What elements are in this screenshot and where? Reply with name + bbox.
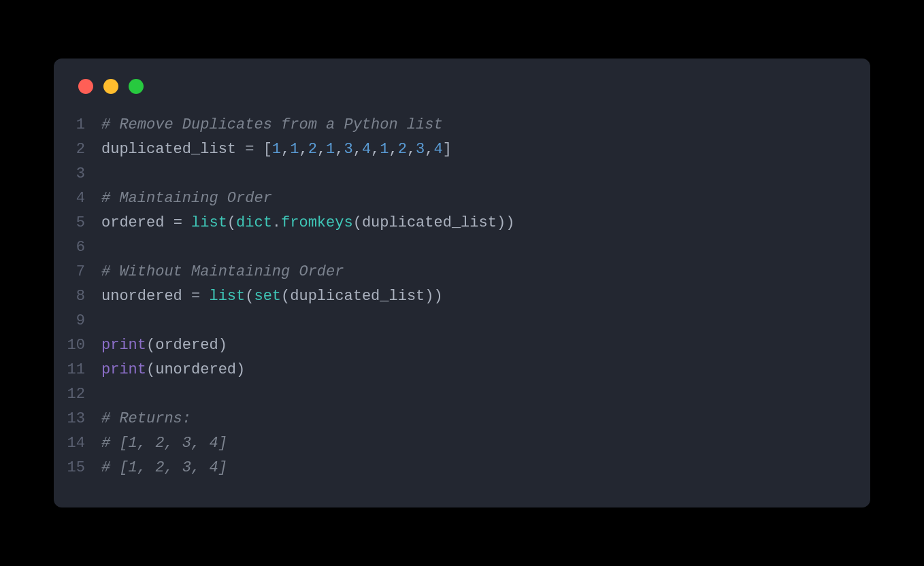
line-content[interactable]: # Returns: — [101, 407, 870, 431]
maximize-icon[interactable] — [129, 79, 144, 94]
code-token — [164, 214, 173, 231]
code-token: 4 — [434, 141, 443, 158]
code-token: 1 — [290, 141, 299, 158]
minimize-icon[interactable] — [103, 79, 118, 94]
code-token: set — [254, 288, 281, 305]
code-line[interactable]: 2duplicated_list = [1,1,2,1,3,4,1,2,3,4] — [54, 137, 870, 162]
code-editor[interactable]: 1# Remove Duplicates from a Python list2… — [54, 113, 870, 480]
line-content[interactable]: print(unordered) — [101, 358, 870, 382]
code-token: , — [353, 141, 362, 158]
code-token: fromkeys — [281, 214, 353, 231]
line-content[interactable]: duplicated_list = [1,1,2,1,3,4,1,2,3,4] — [101, 137, 870, 162]
line-number: 15 — [54, 456, 101, 480]
line-content[interactable]: unordered = list(set(duplicated_list)) — [101, 284, 870, 309]
code-token: # Remove Duplicates from a Python list — [101, 116, 443, 133]
code-token: )) — [425, 288, 442, 305]
code-line[interactable]: 1# Remove Duplicates from a Python list — [54, 113, 870, 137]
code-token: = — [174, 214, 182, 231]
code-line[interactable]: 13# Returns: — [54, 407, 870, 431]
code-token: 1 — [272, 141, 281, 158]
line-content[interactable] — [101, 235, 870, 260]
code-token: , — [281, 141, 290, 158]
code-token: unordered — [155, 361, 236, 378]
code-token: 2 — [308, 141, 317, 158]
code-token: unordered — [101, 288, 182, 305]
code-window: 1# Remove Duplicates from a Python list2… — [54, 59, 870, 507]
code-token: dict — [236, 214, 272, 231]
code-line[interactable]: 9 — [54, 309, 870, 333]
code-token — [254, 141, 263, 158]
line-number: 8 — [54, 284, 101, 309]
code-token: )) — [497, 214, 514, 231]
line-number: 10 — [54, 333, 101, 358]
line-number: 11 — [54, 358, 101, 382]
line-content[interactable] — [101, 162, 870, 186]
line-content[interactable]: # [1, 2, 3, 4] — [101, 456, 870, 480]
code-line[interactable]: 11print(unordered) — [54, 358, 870, 382]
line-content[interactable]: # Without Maintaining Order — [101, 260, 870, 284]
line-content[interactable]: # [1, 2, 3, 4] — [101, 431, 870, 456]
code-token: , — [425, 141, 433, 158]
code-token — [200, 288, 209, 305]
code-token: 4 — [362, 141, 371, 158]
code-line[interactable]: 6 — [54, 235, 870, 260]
code-token: ( — [227, 214, 236, 231]
code-line[interactable]: 12 — [54, 382, 870, 407]
code-token: print — [101, 337, 146, 354]
code-token: , — [371, 141, 380, 158]
code-token: ( — [353, 214, 362, 231]
code-token: duplicated_list — [290, 288, 425, 305]
line-number: 6 — [54, 235, 101, 260]
close-icon[interactable] — [78, 79, 93, 94]
code-token: print — [101, 361, 146, 378]
code-token: ] — [443, 141, 452, 158]
code-token: , — [335, 141, 344, 158]
code-line[interactable]: 5ordered = list(dict.fromkeys(duplicated… — [54, 211, 870, 235]
code-line[interactable]: 4# Maintaining Order — [54, 186, 870, 211]
code-token: duplicated_list — [362, 214, 497, 231]
window-titlebar — [54, 79, 870, 113]
code-token: . — [272, 214, 281, 231]
line-number: 4 — [54, 186, 101, 211]
code-token: = — [245, 141, 254, 158]
code-token: = — [191, 288, 200, 305]
line-content[interactable]: # Remove Duplicates from a Python list — [101, 113, 870, 137]
code-token: # Returns: — [101, 410, 191, 427]
code-token: ( — [146, 337, 155, 354]
line-number: 13 — [54, 407, 101, 431]
line-number: 5 — [54, 211, 101, 235]
code-token: , — [407, 141, 416, 158]
code-token: ordered — [101, 214, 164, 231]
code-token: duplicated_list — [101, 141, 236, 158]
line-number: 3 — [54, 162, 101, 186]
code-line[interactable]: 3 — [54, 162, 870, 186]
code-line[interactable]: 7# Without Maintaining Order — [54, 260, 870, 284]
code-line[interactable]: 15# [1, 2, 3, 4] — [54, 456, 870, 480]
line-number: 14 — [54, 431, 101, 456]
code-token: 1 — [380, 141, 389, 158]
line-number: 2 — [54, 137, 101, 162]
line-content[interactable]: ordered = list(dict.fromkeys(duplicated_… — [101, 211, 870, 235]
code-token — [182, 288, 191, 305]
code-token: , — [317, 141, 326, 158]
code-token: 3 — [344, 141, 352, 158]
code-line[interactable]: 14# [1, 2, 3, 4] — [54, 431, 870, 456]
line-content[interactable]: # Maintaining Order — [101, 186, 870, 211]
code-token: ordered — [155, 337, 218, 354]
code-token: list — [209, 288, 245, 305]
line-content[interactable] — [101, 382, 870, 407]
line-content[interactable]: print(ordered) — [101, 333, 870, 358]
code-token: ) — [236, 361, 245, 378]
code-token: ) — [218, 337, 227, 354]
code-token: ( — [281, 288, 290, 305]
code-token: 1 — [326, 141, 335, 158]
line-number: 9 — [54, 309, 101, 333]
code-token: ( — [245, 288, 254, 305]
line-number: 7 — [54, 260, 101, 284]
code-token: # Without Maintaining Order — [101, 263, 344, 280]
code-token: # Maintaining Order — [101, 190, 272, 207]
code-line[interactable]: 8unordered = list(set(duplicated_list)) — [54, 284, 870, 309]
line-content[interactable] — [101, 309, 870, 333]
code-line[interactable]: 10print(ordered) — [54, 333, 870, 358]
code-token: 3 — [416, 141, 425, 158]
